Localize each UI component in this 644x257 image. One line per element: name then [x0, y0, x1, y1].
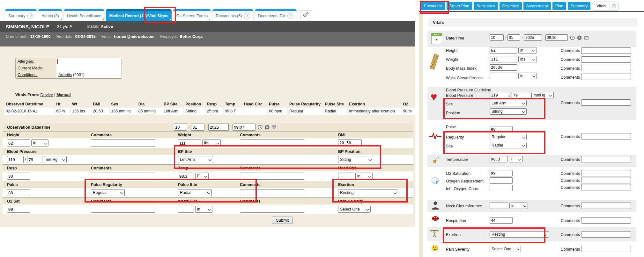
- pulse-comments-input[interactable]: [581, 133, 631, 139]
- tab-health-surveillance[interactable]: Health Surveillance: [64, 9, 105, 21]
- tab-summary[interactable]: Summary: [568, 2, 590, 10]
- waist-circ-input[interactable]: [178, 206, 194, 213]
- clear-date-icon[interactable]: [577, 35, 582, 40]
- tab-admin[interactable]: Admin (3): [38, 9, 62, 21]
- tab-on-screen-forms[interactable]: On Screen Forms: [173, 9, 211, 21]
- history-value-link[interactable]: Immediately after exertion: [349, 109, 395, 113]
- temperature-input[interactable]: [490, 156, 507, 162]
- bmi-comments-input[interactable]: [581, 65, 631, 71]
- date-year-input[interactable]: [524, 34, 542, 41]
- popout-icon[interactable]: ↗: [27, 13, 33, 19]
- bp-site-select[interactable]: Left Arm: [178, 156, 213, 163]
- o2-sat-input[interactable]: [7, 206, 30, 213]
- systolic-input[interactable]: [7, 156, 24, 163]
- clock-icon[interactable]: [258, 125, 263, 130]
- height-input[interactable]: [7, 139, 30, 146]
- diastolic-input[interactable]: [512, 92, 530, 98]
- tab-plan[interactable]: Plan: [552, 2, 566, 10]
- systolic-input[interactable]: [490, 92, 508, 98]
- tab-subjective[interactable]: Subjective: [474, 2, 498, 10]
- settings-gears-button[interactable]: ⚙⚙: [300, 10, 312, 20]
- tab-documents-dv[interactable]: Documents-DV ↗: [255, 9, 297, 21]
- tab-objective[interactable]: Objective: [500, 2, 522, 10]
- current-meds-link[interactable]: Current Meds:: [18, 66, 43, 70]
- bp-site-select[interactable]: Left Arm: [490, 100, 527, 106]
- temp-unit-select[interactable]: F: [195, 173, 209, 180]
- history-value-link[interactable]: 60: [269, 109, 273, 113]
- history-value-link[interactable]: 135: [72, 109, 79, 113]
- weight-comments-input[interactable]: [581, 56, 631, 63]
- conditions-link[interactable]: Conditions:: [18, 73, 38, 77]
- clear-date-icon[interactable]: [265, 125, 270, 130]
- o2-saturation-input[interactable]: [490, 170, 513, 176]
- tab-summary[interactable]: Summary ↗: [5, 9, 37, 21]
- bmi-input[interactable]: [490, 64, 517, 71]
- history-value-link[interactable]: 135: [111, 109, 118, 113]
- bp-position-select[interactable]: Sitting: [338, 156, 373, 163]
- head-circ-input[interactable]: [338, 173, 354, 180]
- o2-comments-input[interactable]: [581, 170, 631, 176]
- o2-comments-input[interactable]: [91, 206, 155, 213]
- obs-year-input[interactable]: [208, 124, 229, 131]
- calendar-icon[interactable]: [584, 35, 589, 40]
- weight-unit-select[interactable]: lbs: [202, 139, 221, 146]
- temp-input[interactable]: [178, 173, 194, 180]
- temp-comments-input[interactable]: [240, 173, 304, 180]
- neck-unit-select[interactable]: in: [509, 203, 528, 209]
- head-circ-unit-select[interactable]: in: [355, 173, 373, 180]
- temperature-comments-input[interactable]: [581, 156, 631, 162]
- inh-oxygen-comments-input[interactable]: [581, 184, 631, 190]
- history-value-link[interactable]: Left Arm: [164, 109, 179, 113]
- weight-input[interactable]: [178, 139, 201, 146]
- tab-vitals[interactable]: Vitals: [593, 2, 618, 11]
- tab-encounter[interactable]: Encounter: [421, 2, 445, 10]
- manual-link[interactable]: Manual: [56, 92, 71, 97]
- tab-medical-record-vital-signs[interactable]: Medical Record (11):Vital Signs: [106, 9, 171, 21]
- waist-comments-input[interactable]: [240, 206, 304, 213]
- popout-icon[interactable]: ↗: [287, 13, 293, 19]
- resp-comments-input[interactable]: [91, 173, 155, 180]
- height-comments-input[interactable]: [91, 139, 155, 146]
- save-icon[interactable]: [610, 2, 618, 10]
- tab-smart-plan[interactable]: Smart Plan: [447, 2, 472, 10]
- history-value-link[interactable]: 98: [403, 109, 407, 113]
- history-value-link[interactable]: 85: [138, 109, 143, 113]
- temperature-unit-select[interactable]: F: [509, 156, 523, 162]
- pain-severity-select[interactable]: Select One: [338, 206, 371, 213]
- submit-button[interactable]: Submit: [272, 217, 293, 224]
- oxygen-requirement-input[interactable]: [490, 177, 513, 184]
- bp-guideline-link[interactable]: Blood Pressure Guideline: [446, 88, 491, 92]
- bmi-input[interactable]: [338, 139, 362, 146]
- pulse-regularity-select[interactable]: Regular: [490, 134, 527, 140]
- obs-time-input[interactable]: [233, 124, 255, 131]
- oxygen-requirement-comments-input[interactable]: [581, 177, 631, 183]
- diastolic-input[interactable]: [27, 156, 42, 163]
- date-month-input[interactable]: [490, 34, 504, 41]
- waist-comments-input[interactable]: [581, 74, 631, 80]
- waist-input[interactable]: [490, 73, 517, 79]
- bp-comments-input[interactable]: [581, 99, 631, 106]
- weight-comments-input[interactable]: [240, 139, 304, 146]
- pulse-site-select[interactable]: Radial: [490, 142, 527, 148]
- neck-input[interactable]: [490, 203, 508, 209]
- height-input[interactable]: [490, 47, 517, 54]
- bp-position-select[interactable]: Sitting: [490, 108, 527, 115]
- inh-oxygen-conc-input[interactable]: [490, 185, 513, 191]
- history-value-link[interactable]: 25: [207, 109, 211, 113]
- respiration-input[interactable]: [490, 217, 513, 224]
- bp-unit-select[interactable]: mmHg: [531, 92, 554, 98]
- history-value-link[interactable]: 68: [56, 109, 61, 113]
- pulse-regularity-select[interactable]: Regular: [91, 189, 125, 196]
- pulse-input[interactable]: [7, 189, 30, 196]
- neck-comments-input[interactable]: [581, 203, 631, 209]
- pain-severity-select[interactable]: Select One: [490, 246, 521, 252]
- resp-input[interactable]: [7, 173, 30, 180]
- weight-unit-select[interactable]: lbs: [518, 56, 537, 62]
- respiration-comments-input[interactable]: [581, 217, 631, 224]
- height-unit-select[interactable]: in: [518, 47, 537, 54]
- exertion-select[interactable]: Resting: [338, 189, 398, 196]
- condition-link[interactable]: Arthritis: [58, 73, 72, 77]
- history-value-link[interactable]: 20.53: [93, 109, 103, 113]
- history-value-link[interactable]: Sitting: [185, 109, 196, 113]
- calendar-icon[interactable]: [272, 125, 277, 130]
